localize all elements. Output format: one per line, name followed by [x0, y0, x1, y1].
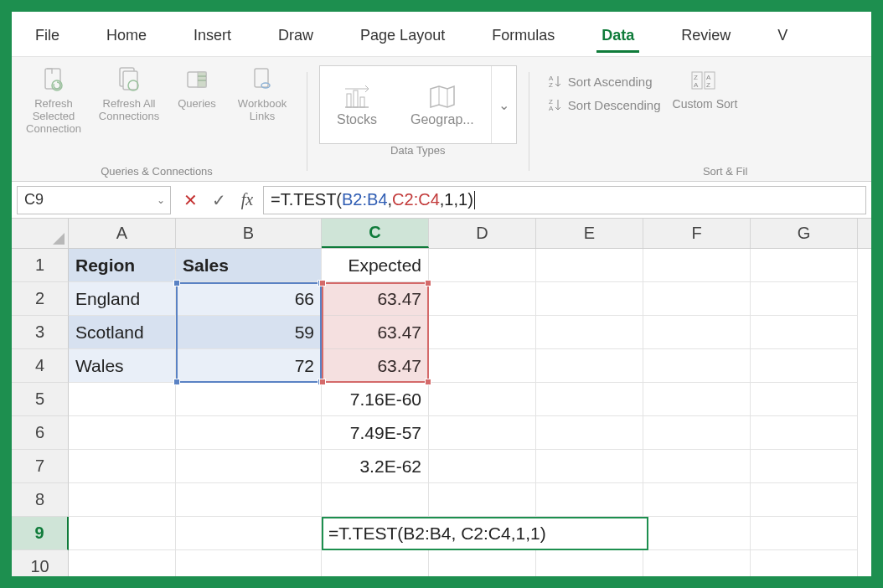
cell-G10[interactable]	[751, 550, 858, 576]
queries-button[interactable]: Queries	[169, 62, 225, 165]
col-header-C[interactable]: C	[322, 219, 429, 248]
datatype-geography[interactable]: Geograp...	[394, 66, 491, 143]
cell-D10[interactable]	[429, 550, 536, 576]
cell-G6[interactable]	[751, 416, 858, 450]
datatype-more-button[interactable]: ⌄	[491, 66, 516, 143]
formula-input[interactable]: =T.TEST(B2:B4, C2:C4,1,1)	[263, 186, 866, 214]
cell-B7[interactable]	[176, 450, 322, 483]
cell-A2[interactable]: England	[69, 282, 176, 316]
cell-D4[interactable]	[429, 349, 536, 383]
cell-F10[interactable]	[643, 550, 751, 576]
col-header-E[interactable]: E	[536, 219, 643, 248]
cell-G2[interactable]	[751, 282, 858, 316]
cell-E1[interactable]	[536, 249, 643, 282]
cell-E2[interactable]	[536, 282, 643, 316]
name-box[interactable]: C9 ⌄	[17, 186, 171, 214]
col-header-B[interactable]: B	[176, 219, 322, 248]
cell-F9[interactable]	[643, 517, 751, 550]
cell-F7[interactable]	[643, 450, 751, 483]
cell-A5[interactable]	[69, 383, 176, 416]
cell-B3[interactable]: 59	[176, 316, 322, 349]
cell-B6[interactable]	[176, 416, 322, 450]
cell-D8[interactable]	[429, 483, 536, 517]
custom-sort-button[interactable]: Z A A Z Custom Sort	[669, 65, 741, 114]
sort-ascending-button[interactable]: A Z Sort Ascending	[548, 74, 661, 89]
row-header-5[interactable]: 5	[12, 383, 69, 416]
cell-G4[interactable]	[751, 349, 858, 383]
cell-A8[interactable]	[69, 483, 176, 517]
cell-D7[interactable]	[429, 450, 536, 483]
cell-D2[interactable]	[429, 282, 536, 316]
cell-G8[interactable]	[751, 483, 858, 517]
row-header-4[interactable]: 4	[12, 349, 69, 383]
row-header-9[interactable]: 9	[12, 517, 69, 550]
cell-G9[interactable]	[751, 517, 858, 550]
cell-C1[interactable]: Expected	[322, 249, 429, 282]
cell-E5[interactable]	[536, 383, 643, 416]
cell-C9[interactable]	[322, 517, 429, 550]
cell-E9[interactable]	[536, 517, 643, 550]
cell-C10[interactable]	[322, 550, 429, 576]
cell-A10[interactable]	[69, 550, 176, 576]
cell-F8[interactable]	[643, 483, 751, 517]
cell-D9[interactable]	[429, 517, 536, 550]
cell-A6[interactable]	[69, 416, 176, 450]
cell-G3[interactable]	[751, 316, 858, 349]
cell-A7[interactable]	[69, 450, 176, 483]
select-all-corner[interactable]	[12, 219, 69, 248]
cell-B2[interactable]: 66	[176, 282, 322, 316]
cell-F6[interactable]	[643, 416, 751, 450]
row-header-7[interactable]: 7	[12, 450, 69, 483]
tab-draw[interactable]: Draw	[255, 20, 337, 51]
tab-home[interactable]: Home	[83, 20, 170, 51]
tab-data[interactable]: Data	[578, 20, 658, 51]
cell-C7[interactable]: 3.2E-62	[322, 450, 429, 483]
cell-D3[interactable]	[429, 316, 536, 349]
cell-C4[interactable]: 63.47	[322, 349, 429, 383]
cell-F3[interactable]	[643, 316, 751, 349]
insert-function-button[interactable]: fx	[233, 186, 261, 214]
cell-G5[interactable]	[751, 383, 858, 416]
cell-F1[interactable]	[643, 249, 751, 282]
row-header-2[interactable]: 2	[12, 282, 69, 316]
cell-B5[interactable]	[176, 383, 322, 416]
tab-page-layout[interactable]: Page Layout	[337, 20, 468, 51]
cell-D5[interactable]	[429, 383, 536, 416]
sort-descending-button[interactable]: Z A Sort Descending	[548, 97, 661, 112]
workbook-links-button[interactable]: Workbook Links	[230, 62, 295, 165]
col-header-D[interactable]: D	[429, 219, 536, 248]
refresh-selected-button[interactable]: Refresh Selected Connection	[18, 62, 89, 165]
refresh-all-button[interactable]: Refresh All Connections	[94, 62, 164, 165]
tab-view-partial[interactable]: V	[754, 20, 811, 51]
tab-file[interactable]: File	[12, 20, 83, 51]
cell-F5[interactable]	[643, 383, 751, 416]
row-header-3[interactable]: 3	[12, 316, 69, 349]
datatype-stocks[interactable]: Stocks	[320, 66, 394, 143]
row-header-8[interactable]: 8	[12, 483, 69, 517]
cell-C5[interactable]: 7.16E-60	[322, 383, 429, 416]
cell-B10[interactable]	[176, 550, 322, 576]
cell-C8[interactable]	[322, 483, 429, 517]
cell-G7[interactable]	[751, 450, 858, 483]
cell-D1[interactable]	[429, 249, 536, 282]
spreadsheet-grid[interactable]: A B C D E F G 1 Region Sales Expected 2	[12, 219, 871, 576]
cell-F4[interactable]	[643, 349, 751, 383]
row-header-10[interactable]: 10	[12, 550, 69, 576]
cell-C2[interactable]: 63.47	[322, 282, 429, 316]
cell-E7[interactable]	[536, 450, 643, 483]
cell-E3[interactable]	[536, 316, 643, 349]
col-header-G[interactable]: G	[751, 219, 858, 248]
cell-B8[interactable]	[176, 483, 322, 517]
cell-E4[interactable]	[536, 349, 643, 383]
row-header-6[interactable]: 6	[12, 416, 69, 450]
cell-A9[interactable]	[69, 517, 176, 550]
tab-formulas[interactable]: Formulas	[468, 20, 578, 51]
cell-B4[interactable]: 72	[176, 349, 322, 383]
tab-review[interactable]: Review	[658, 20, 754, 51]
formula-cancel-button[interactable]: ✕	[176, 186, 204, 214]
formula-enter-button[interactable]: ✓	[204, 186, 233, 214]
cell-B1[interactable]: Sales	[176, 249, 322, 282]
cell-D6[interactable]	[429, 416, 536, 450]
cell-B9[interactable]	[176, 517, 322, 550]
cell-E6[interactable]	[536, 416, 643, 450]
